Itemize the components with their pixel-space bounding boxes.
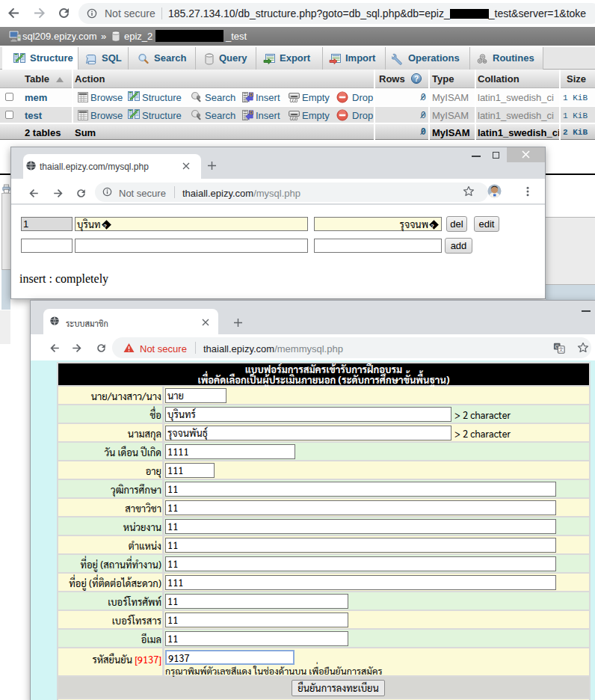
svg-text:文: 文 <box>558 346 564 353</box>
svg-text:?: ? <box>414 75 419 83</box>
